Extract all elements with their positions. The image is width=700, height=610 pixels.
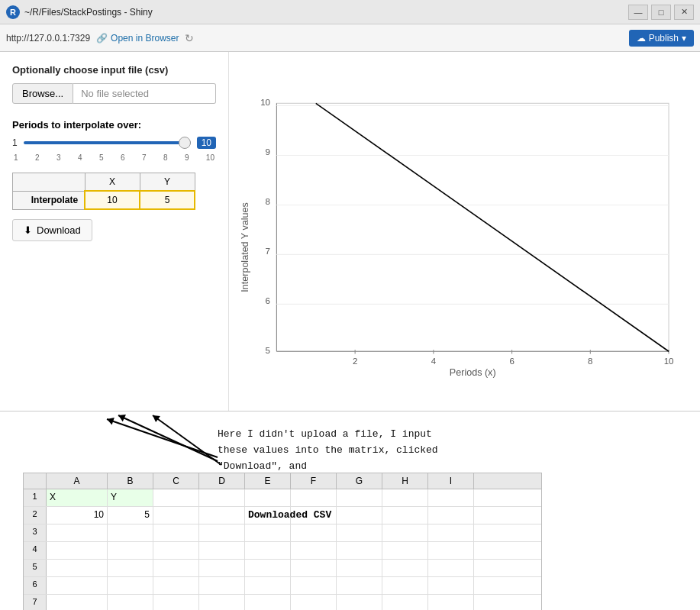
ss-cell-d2[interactable] [199, 507, 245, 524]
svg-text:9: 9 [266, 147, 270, 157]
y-axis-label: Interpolated Y values [240, 202, 250, 292]
ss-cell-a2[interactable]: 10 [47, 507, 108, 524]
svg-text:8: 8 [266, 197, 270, 206]
svg-text:10: 10 [260, 98, 270, 107]
annotation-line-1: Here I didn't upload a file, I input [218, 427, 438, 443]
ss-row-4: 4 [24, 542, 541, 560]
slider-track [24, 141, 191, 144]
slider-row: 1 10 [12, 135, 216, 150]
svg-rect-0 [276, 103, 669, 351]
browse-button[interactable]: Browse... [12, 83, 73, 104]
ss-cell-f1[interactable] [291, 489, 337, 506]
matrix-col-y: Y [140, 173, 195, 192]
ss-col-a: A [47, 473, 108, 489]
right-panel: Interpolated Y values 5 6 7 8 9 10 2 4 6 [229, 52, 700, 411]
ss-cell-i1[interactable] [428, 489, 474, 506]
annotation-area: Here I didn't upload a file, I input the… [0, 411, 700, 610]
ss-col-c: C [153, 473, 199, 489]
ss-cell-a3[interactable] [47, 524, 108, 541]
ss-cell-b1[interactable]: Y [108, 489, 153, 506]
ss-cell-h1[interactable] [382, 489, 428, 506]
ss-cell-f2[interactable] [291, 507, 337, 524]
publish-icon: ☁ [637, 33, 646, 44]
matrix-x-value[interactable]: 10 [85, 191, 140, 209]
left-panel: Optionally choose input file (csv) Brows… [0, 52, 229, 411]
ss-cell-c2[interactable] [153, 507, 199, 524]
ss-cell-c1[interactable] [153, 489, 199, 506]
ss-cell-d1[interactable] [199, 489, 245, 506]
svg-text:7: 7 [266, 247, 270, 256]
ss-cell-e1[interactable] [245, 489, 291, 506]
matrix-row-interpolate: Interpolate 10 5 [13, 191, 195, 209]
ss-row-6: 6 [24, 577, 541, 595]
file-input-row: Browse... No file selected [12, 83, 216, 104]
svg-text:8: 8 [588, 357, 592, 366]
slider-max-value: 10 [197, 137, 216, 149]
refresh-icon[interactable]: ↻ [185, 32, 194, 44]
publish-button[interactable]: ☁ Publish ▾ [629, 30, 694, 47]
publish-dropdown-icon: ▾ [682, 33, 686, 44]
main-content: Optionally choose input file (csv) Brows… [0, 52, 700, 411]
slider-container[interactable] [24, 135, 191, 150]
ss-cell-g2[interactable] [337, 507, 382, 524]
ss-row-5: 5 [24, 560, 541, 577]
svg-text:5: 5 [266, 346, 270, 355]
no-file-label: No file selected [73, 83, 216, 104]
url-display: http://127.0.0.1:7329 [6, 33, 90, 44]
svg-text:6: 6 [509, 357, 514, 366]
ss-col-f: F [291, 473, 337, 489]
ss-cell-b2[interactable]: 5 [108, 507, 153, 524]
ss-col-e: E [245, 473, 291, 489]
download-label: Download [37, 224, 81, 236]
ss-cell-h2[interactable] [382, 507, 428, 524]
chart-svg: Interpolated Y values 5 6 7 8 9 10 2 4 6 [237, 60, 685, 403]
matrix-y-value[interactable]: 5 [140, 191, 195, 209]
window-controls: — □ ✕ [628, 5, 694, 20]
periods-label: Periods to interpolate over: [12, 119, 216, 131]
download-button[interactable]: ⬇ Download [12, 219, 92, 241]
ss-cell-g1[interactable] [337, 489, 382, 506]
svg-text:10: 10 [664, 357, 674, 366]
annotation-line-2: these values into the matrix, clicked [218, 443, 438, 459]
ss-col-b: B [108, 473, 153, 489]
open-browser-button[interactable]: 🔗 Open in Browser [96, 33, 179, 44]
ss-row-1: 1 X Y [24, 489, 541, 507]
ss-row-3: 3 [24, 524, 541, 542]
spreadsheet-header: A B C D E F G H I [24, 473, 541, 489]
ss-row-7: 7 [24, 595, 541, 610]
matrix-table: X Y Interpolate 10 5 [12, 173, 195, 210]
app-icon: R [6, 5, 20, 19]
slider-ticks: 1 2 3 4 5 6 7 8 9 10 [12, 153, 216, 162]
svg-text:4: 4 [431, 357, 437, 366]
spreadsheet: A B C D E F G H I 1 X Y 2 10 5 [23, 473, 542, 610]
address-bar: http://127.0.0.1:7329 🔗 Open in Browser … [0, 24, 700, 52]
ss-cell-e2: Downloaded CSV [245, 507, 291, 524]
ss-col-h: H [382, 473, 428, 489]
matrix-row-label: Interpolate [13, 191, 85, 209]
minimize-button[interactable]: — [628, 5, 648, 20]
matrix-col-empty [13, 173, 85, 192]
slider-min-value: 1 [12, 137, 18, 148]
svg-text:2: 2 [353, 357, 357, 366]
file-section-label: Optionally choose input file (csv) [12, 64, 216, 76]
close-button[interactable]: ✕ [674, 5, 694, 20]
window-title: ~/R/Files/StackPostings - Shiny [24, 7, 628, 18]
ss-row-2: 2 10 5 Downloaded CSV [24, 507, 541, 524]
slider-thumb[interactable] [179, 137, 191, 149]
ss-cell-i2[interactable] [428, 507, 474, 524]
svg-text:Periods (x): Periods (x) [450, 367, 496, 378]
maximize-button[interactable]: □ [651, 5, 671, 20]
svg-text:6: 6 [266, 296, 270, 305]
title-bar: R ~/R/Files/StackPostings - Shiny — □ ✕ [0, 0, 700, 24]
download-icon: ⬇ [24, 224, 32, 236]
matrix-col-x: X [85, 173, 140, 192]
ss-corner [24, 473, 47, 489]
ss-col-g: G [337, 473, 382, 489]
ss-col-d: D [199, 473, 245, 489]
browser-icon: 🔗 [96, 33, 108, 44]
ss-cell-a1[interactable]: X [47, 489, 108, 506]
ss-cell-b3[interactable] [108, 524, 153, 541]
ss-col-i: I [428, 473, 474, 489]
